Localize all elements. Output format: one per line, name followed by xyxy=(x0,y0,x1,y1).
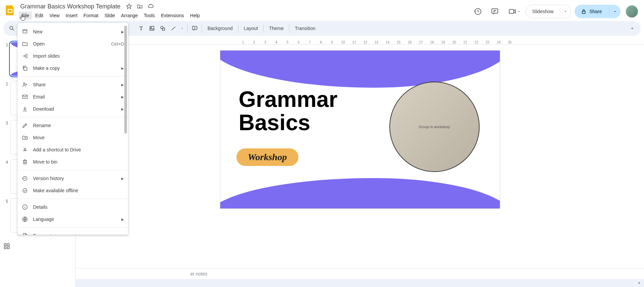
insert-image-button[interactable] xyxy=(147,23,157,33)
slide-badge[interactable]: Workshop xyxy=(236,148,298,166)
menu-file[interactable]: File xyxy=(19,11,32,20)
line-dropdown[interactable] xyxy=(179,23,185,33)
canvas-viewport[interactable]: Grammar Basics Workshop Group in worksho… xyxy=(76,45,644,267)
account-avatar[interactable] xyxy=(626,5,638,18)
chevron-down-icon xyxy=(181,27,184,30)
app-logo-icon[interactable] xyxy=(3,3,17,17)
menu-help[interactable]: Help xyxy=(187,11,202,20)
new-file-icon xyxy=(22,28,28,35)
line-icon xyxy=(170,25,176,31)
menu-view[interactable]: View xyxy=(47,11,62,20)
collapse-toolbar-button[interactable] xyxy=(627,23,637,33)
menu-item-language[interactable]: Language ▶ xyxy=(18,213,128,225)
chevron-up-icon xyxy=(630,26,635,31)
svg-rect-6 xyxy=(150,26,154,30)
menu-slide[interactable]: Slide xyxy=(102,11,118,20)
menu-item-offline[interactable]: Make available offline xyxy=(18,184,128,197)
insert-line-button[interactable] xyxy=(168,23,179,33)
comments-icon[interactable] xyxy=(488,5,502,18)
share-dropdown[interactable] xyxy=(609,7,620,16)
menu-arrange[interactable]: Arrange xyxy=(118,11,140,20)
header: Grammar Basics Workshop Template File Ed… xyxy=(0,0,644,21)
layout-button[interactable]: Layout xyxy=(240,24,261,33)
menu-item-trash[interactable]: Move to bin xyxy=(18,156,128,168)
svg-rect-14 xyxy=(7,247,9,249)
document-title[interactable]: Grammar Basics Workshop Template xyxy=(19,3,122,10)
offline-icon xyxy=(22,187,28,194)
menu-tools[interactable]: Tools xyxy=(141,11,158,20)
cloud-status-icon[interactable] xyxy=(147,3,154,10)
menu-item-new[interactable]: New ▶ xyxy=(18,26,128,38)
share-label: Share xyxy=(589,9,602,14)
move-folder-icon[interactable] xyxy=(136,3,143,10)
meet-button[interactable] xyxy=(505,5,522,18)
bottom-bar xyxy=(76,279,644,287)
dropdown-scrollbar[interactable] xyxy=(124,26,127,232)
copy-icon xyxy=(22,65,28,71)
grid-view-button[interactable] xyxy=(3,243,11,251)
menu-item-shortcut[interactable]: Add a shortcut to Drive xyxy=(18,144,128,156)
search-menus-button[interactable] xyxy=(7,23,17,33)
slideshow-button[interactable]: Slideshow xyxy=(526,5,571,18)
menu-item-rename[interactable]: Rename xyxy=(18,119,128,132)
menu-extensions[interactable]: Extensions xyxy=(158,11,187,20)
theme-button[interactable]: Theme xyxy=(266,24,287,33)
menu-separator xyxy=(18,117,128,117)
menu-item-details[interactable]: Details xyxy=(18,201,128,213)
submenu-arrow-icon: ▶ xyxy=(121,107,124,111)
insert-shape-button[interactable] xyxy=(158,23,168,33)
chevron-down-icon xyxy=(613,9,617,13)
menu-edit[interactable]: Edit xyxy=(33,11,46,20)
menu-item-share[interactable]: Share ▶ xyxy=(18,79,128,91)
submenu-arrow-icon: ▶ xyxy=(121,66,124,70)
svg-rect-13 xyxy=(4,247,6,249)
slide-title[interactable]: Grammar Basics xyxy=(239,88,338,135)
drive-shortcut-icon xyxy=(22,146,28,153)
slideshow-dropdown[interactable] xyxy=(560,7,571,16)
page-icon xyxy=(22,232,28,235)
slideshow-label: Slideshow xyxy=(526,6,560,17)
menu-item-pagesetup[interactable]: Page setup xyxy=(18,230,128,235)
explore-button[interactable] xyxy=(637,281,641,285)
thumb-number: 2 xyxy=(2,81,8,115)
slide-image[interactable]: Group in workshop xyxy=(389,82,480,172)
svg-point-5 xyxy=(10,26,13,29)
background-button[interactable]: Background xyxy=(204,24,236,33)
file-dropdown-menu: New ▶ Open Ctrl+O Import slides Make a c… xyxy=(18,23,128,235)
menu-format[interactable]: Format xyxy=(81,11,101,20)
menu-item-email[interactable]: Email ▶ xyxy=(18,91,128,103)
thumb-number: 4 xyxy=(2,159,8,194)
menu-item-version[interactable]: Version history ▶ xyxy=(18,172,128,184)
menu-item-import[interactable]: Import slides xyxy=(18,50,128,62)
svg-rect-1 xyxy=(8,10,11,12)
textbox-icon xyxy=(138,25,144,31)
share-button[interactable]: Share xyxy=(575,5,620,18)
thumb-number: 5 xyxy=(2,198,8,233)
separator xyxy=(187,25,188,32)
menu-separator xyxy=(18,199,128,199)
chevron-down-icon xyxy=(564,9,568,13)
svg-rect-15 xyxy=(23,30,27,33)
speaker-notes[interactable]: er notes xyxy=(76,268,644,279)
menu-item-copy[interactable]: Make a copy ▶ xyxy=(18,62,128,74)
download-icon xyxy=(22,106,28,112)
thumb-number: 1 xyxy=(2,42,8,76)
history-icon[interactable] xyxy=(471,5,485,18)
image-icon xyxy=(149,25,155,31)
grid-icon xyxy=(3,243,10,250)
menu-item-move[interactable]: Move xyxy=(18,132,128,144)
info-icon xyxy=(22,204,28,210)
menu-item-download[interactable]: Download ▶ xyxy=(18,103,128,115)
textbox-button[interactable] xyxy=(136,23,146,33)
slide-canvas[interactable]: Grammar Basics Workshop Group in worksho… xyxy=(220,51,500,208)
svg-rect-4 xyxy=(582,11,585,13)
notes-placeholder: er notes xyxy=(190,271,207,277)
menu-insert[interactable]: Insert xyxy=(63,11,80,20)
trash-icon xyxy=(22,159,28,165)
separator xyxy=(263,25,264,32)
insert-comment-button[interactable] xyxy=(190,23,200,33)
star-icon[interactable] xyxy=(126,3,132,10)
transition-button[interactable]: Transition xyxy=(291,24,319,33)
menu-item-open[interactable]: Open Ctrl+O xyxy=(18,38,128,50)
menu-separator xyxy=(18,170,128,170)
